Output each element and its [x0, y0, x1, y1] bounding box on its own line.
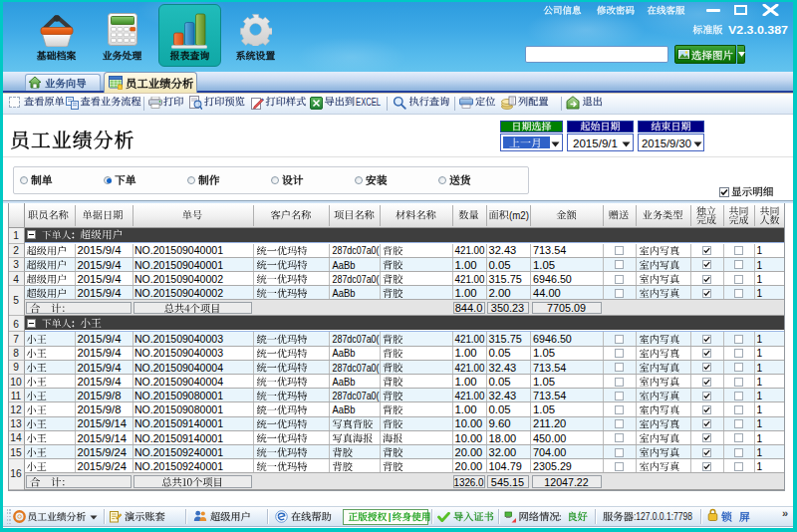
- svg-text:1: 1: [757, 391, 763, 401]
- svg-text:18.00: 18.00: [489, 433, 517, 444]
- svg-text:NO.201509040002: NO.201509040002: [134, 274, 223, 285]
- svg-text:1: 1: [757, 245, 763, 256]
- svg-text:4: 4: [13, 274, 19, 285]
- svg-text:0.05: 0.05: [489, 260, 512, 271]
- svg-text:287dc07a0(: 287dc07a0(: [333, 274, 381, 285]
- svg-text:NO.201509040001: NO.201509040001: [134, 260, 223, 271]
- svg-text:1.05: 1.05: [533, 377, 556, 388]
- svg-text:1: 1: [757, 447, 763, 458]
- svg-text:1: 1: [757, 260, 763, 271]
- svg-text:2015/9/4: 2015/9/4: [78, 334, 122, 345]
- svg-text:EXCEL: EXCEL: [356, 97, 381, 108]
- svg-text:350.23: 350.23: [491, 303, 525, 314]
- svg-text:2015/9/4: 2015/9/4: [78, 377, 122, 388]
- svg-text:AaBb: AaBb: [333, 377, 356, 388]
- svg-text:2015/9/4: 2015/9/4: [78, 274, 122, 285]
- svg-text:315.75: 315.75: [489, 334, 523, 345]
- svg-text:2015/9/4: 2015/9/4: [78, 288, 122, 299]
- svg-text:1: 1: [757, 334, 763, 345]
- svg-text:13: 13: [10, 418, 22, 429]
- svg-text:2015/9/14: 2015/9/14: [78, 433, 128, 444]
- svg-text:NO.201509240001: NO.201509240001: [134, 461, 223, 472]
- svg-text:1: 1: [13, 230, 19, 241]
- svg-text:1: 1: [757, 418, 763, 429]
- svg-text:14: 14: [10, 432, 22, 443]
- svg-text:2015/9/8: 2015/9/8: [78, 404, 122, 415]
- svg-text:32.43: 32.43: [489, 391, 517, 401]
- svg-text:1: 1: [757, 288, 763, 299]
- svg-text:NO.201509040003: NO.201509040003: [134, 348, 223, 359]
- svg-text:287dc07a0(: 287dc07a0(: [333, 363, 381, 374]
- svg-text:9.60: 9.60: [489, 418, 512, 429]
- svg-text:NO.201509080001: NO.201509080001: [134, 404, 223, 415]
- svg-text:12047.22: 12047.22: [544, 477, 589, 488]
- svg-text:7705.09: 7705.09: [547, 303, 586, 314]
- svg-text:2.00: 2.00: [489, 288, 512, 299]
- svg-text:10.00: 10.00: [455, 433, 483, 444]
- svg-text:2305.29: 2305.29: [533, 461, 572, 472]
- svg-text:32.00: 32.00: [489, 447, 517, 458]
- svg-text::127.0.0.1:7798: :127.0.0.1:7798: [634, 510, 692, 522]
- svg-text:NO.201509080001: NO.201509080001: [134, 391, 223, 401]
- svg-text:1: 1: [757, 274, 763, 285]
- svg-text:2015/9/4: 2015/9/4: [78, 245, 122, 256]
- svg-text:421.00: 421.00: [455, 245, 485, 256]
- svg-text:2015/9/24: 2015/9/24: [78, 447, 128, 458]
- svg-text:2015/9/4: 2015/9/4: [78, 348, 122, 359]
- svg-text:32.43: 32.43: [489, 245, 517, 256]
- svg-text:1: 1: [757, 363, 763, 374]
- svg-text:2015/9/4: 2015/9/4: [78, 363, 122, 374]
- svg-text:1.00: 1.00: [455, 404, 478, 415]
- svg-text:1.00: 1.00: [455, 377, 478, 388]
- svg-text:AaBb: AaBb: [333, 404, 356, 415]
- svg-text:287dc07a0(: 287dc07a0(: [333, 334, 381, 345]
- svg-text:2015/9/30: 2015/9/30: [642, 137, 691, 149]
- svg-text:287dc07a0(: 287dc07a0(: [333, 391, 381, 401]
- svg-text:44.00: 44.00: [533, 288, 561, 299]
- svg-text:20.00: 20.00: [455, 447, 483, 458]
- svg-text:32.43: 32.43: [489, 363, 517, 374]
- svg-text:NO.201509140001: NO.201509140001: [134, 418, 223, 429]
- svg-text:5: 5: [13, 295, 19, 306]
- svg-text:10.00: 10.00: [455, 418, 483, 429]
- svg-text:10: 10: [10, 377, 22, 388]
- svg-text:2015/9/24: 2015/9/24: [78, 461, 128, 472]
- svg-text:9: 9: [13, 362, 19, 373]
- svg-text:0.05: 0.05: [489, 404, 512, 415]
- svg-text:1.05: 1.05: [533, 260, 556, 271]
- svg-text:421.00: 421.00: [455, 334, 485, 345]
- svg-text:1.00: 1.00: [455, 260, 478, 271]
- svg-text:1.00: 1.00: [455, 348, 478, 359]
- svg-text:2015/9/14: 2015/9/14: [78, 418, 128, 429]
- svg-text:8: 8: [13, 348, 19, 359]
- svg-text:713.54: 713.54: [533, 391, 567, 401]
- svg-text:2: 2: [13, 245, 19, 256]
- svg-text:V2.3.0.387: V2.3.0.387: [728, 24, 788, 36]
- svg-text:7: 7: [13, 334, 19, 345]
- svg-text:0.05: 0.05: [489, 348, 512, 359]
- svg-text:1: 1: [757, 348, 763, 359]
- svg-text:16: 16: [10, 468, 22, 479]
- svg-text:315.75: 315.75: [489, 274, 523, 285]
- svg-text:(m2): (m2): [509, 210, 529, 221]
- svg-text:421.00: 421.00: [455, 391, 485, 401]
- svg-text:2015/9/8: 2015/9/8: [78, 391, 122, 401]
- svg-text:NO.201509040003: NO.201509040003: [134, 334, 223, 345]
- svg-text:»: »: [782, 507, 788, 519]
- svg-text:NO.201509240001: NO.201509240001: [134, 447, 223, 458]
- svg-text:1: 1: [757, 377, 763, 388]
- svg-text:6: 6: [13, 319, 19, 330]
- svg-text:AaBb: AaBb: [333, 260, 356, 271]
- svg-text:844.0: 844.0: [455, 303, 483, 314]
- svg-text:2015/9/1: 2015/9/1: [573, 137, 618, 149]
- svg-text:11: 11: [11, 391, 22, 401]
- svg-text:NO.201509040002: NO.201509040002: [134, 288, 223, 299]
- svg-text:1: 1: [757, 461, 763, 472]
- svg-text:450.00: 450.00: [533, 433, 567, 444]
- svg-text:2015/9/4: 2015/9/4: [78, 260, 122, 271]
- svg-text:1.05: 1.05: [533, 348, 556, 359]
- svg-text:421.00: 421.00: [455, 363, 485, 374]
- svg-text:211.20: 211.20: [533, 418, 567, 429]
- svg-text:NO.201509040004: NO.201509040004: [134, 363, 223, 374]
- svg-text:1326.0: 1326.0: [454, 477, 484, 488]
